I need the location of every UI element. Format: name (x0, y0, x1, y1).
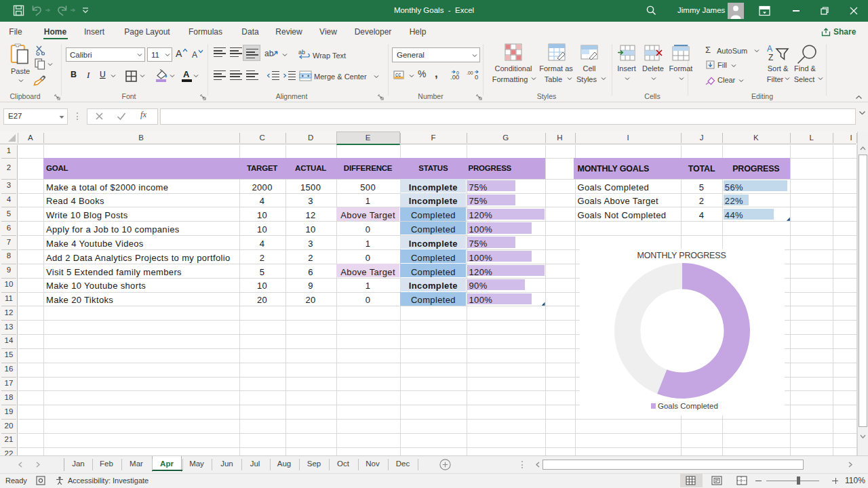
svg-text:A: A (767, 44, 772, 54)
svg-text:Z: Z (768, 53, 773, 62)
svg-text:.00: .00 (467, 70, 473, 75)
svg-text:cc: cc (395, 71, 401, 78)
svg-text:0: 0 (475, 73, 478, 81)
svg-text:ab: ab (298, 49, 305, 56)
svg-text:0: 0 (456, 70, 459, 75)
svg-text:ab: ab (264, 49, 274, 58)
